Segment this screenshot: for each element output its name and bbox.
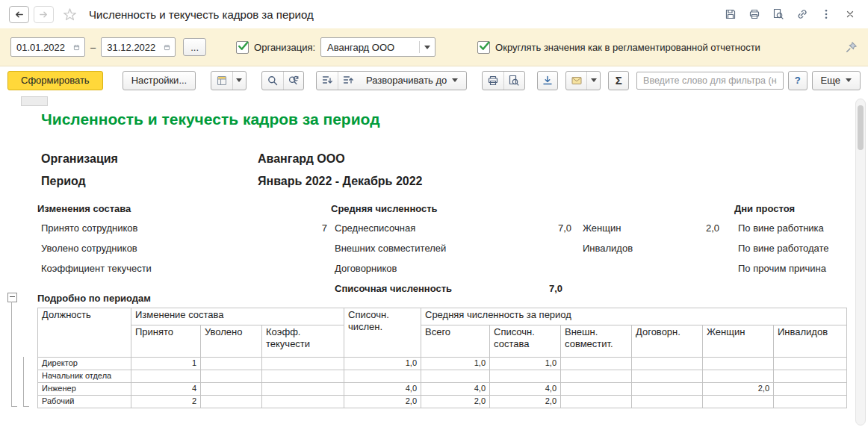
cell-fired[interactable] [201,358,262,370]
find-button[interactable] [262,72,283,90]
cell-position[interactable]: Начальник отдела [38,370,131,383]
cell-list-staff[interactable]: 4,0 [490,383,561,396]
cell-total[interactable]: 1,0 [421,358,490,370]
back-button[interactable] [9,6,29,23]
rounding-label[interactable]: Округлять значения как в регламентирован… [495,42,760,53]
organization-checkbox[interactable] [236,41,249,54]
summary-label: Договорников [331,263,542,274]
cell-hired[interactable]: 2 [131,396,201,408]
cell-list-staff[interactable]: 2,0 [490,396,561,408]
chevron-down-icon[interactable] [419,41,435,53]
collapse-groups-button[interactable] [338,72,358,90]
cell-position[interactable]: Директор [38,358,131,370]
date-to-input[interactable] [102,42,159,53]
cell-hired[interactable] [131,370,201,383]
cell-payroll[interactable]: 4,0 [344,383,421,396]
cell-external[interactable] [561,383,632,396]
cell-women[interactable] [703,370,774,383]
cell-payroll[interactable]: 1,0 [344,358,421,370]
print-preview-button[interactable] [503,72,524,90]
expand-to-button[interactable]: Разворачивать до [358,72,466,90]
cell-disabled[interactable] [774,396,847,408]
rounding-checkbox[interactable] [477,41,490,54]
report-variants-dropdown[interactable] [232,72,246,90]
check-icon [478,40,491,52]
cell-list-staff[interactable] [490,370,561,383]
cell-women[interactable]: 2,0 [703,383,774,396]
cell-position[interactable]: Инженер [38,383,131,396]
forward-arrow-icon [38,9,49,20]
settings-button[interactable]: Настройки... [123,71,196,90]
cell-women[interactable] [703,358,774,370]
scrollbar-thumb[interactable] [858,105,864,150]
cell-turnover[interactable] [262,396,344,408]
get-link-button[interactable] [793,5,811,24]
cell-disabled[interactable] [774,358,847,370]
cell-fired[interactable] [201,396,262,408]
organization-value: Авангард ООО [321,42,419,53]
printer-icon [487,75,499,87]
cell-turnover[interactable] [262,383,344,396]
cell-external[interactable] [561,370,632,383]
organization-label[interactable]: Организация: [254,42,315,53]
print-report-button[interactable] [483,72,503,90]
filter-input[interactable] [636,72,784,90]
cell-contractors[interactable] [632,383,703,396]
cell-payroll[interactable]: 2,0 [344,396,421,408]
cell-turnover[interactable] [262,370,344,383]
vertical-scrollbar[interactable] [855,99,866,426]
window-menu-button[interactable] [816,5,835,24]
help-button[interactable]: ? [788,71,807,90]
calendar-icon[interactable] [159,38,175,56]
send-email-button[interactable] [566,72,587,90]
summary-total-label: Списочная численность [331,283,533,294]
favorite-button[interactable] [63,7,77,22]
cell-hired[interactable]: 4 [131,383,201,396]
table-row: Директор 1 1,0 1,0 1,0 [38,358,847,370]
report-area: Численность и текучесть кадров за период… [0,94,868,430]
period-more-button[interactable]: ... [183,38,206,56]
cell-list-staff[interactable]: 1,0 [490,358,561,370]
cell-hired[interactable]: 1 [131,358,201,370]
cell-turnover[interactable] [262,358,344,370]
calendar-icon[interactable] [69,38,84,56]
more-button[interactable]: Еще [812,71,861,90]
report-variants-button[interactable] [211,72,232,90]
close-button[interactable] [840,5,859,24]
details-title: Подробно по периодам [37,293,151,304]
cell-position[interactable]: Рабочий [38,396,131,408]
col-header-fired: Уволено [201,325,262,358]
sum-button[interactable]: Σ [608,71,629,90]
cell-fired[interactable] [201,383,262,396]
save-to-file-button[interactable] [537,71,558,90]
cell-fired[interactable] [201,370,262,383]
generate-button[interactable]: Сформировать [7,71,103,90]
preview-button[interactable] [769,5,787,24]
cell-payroll[interactable] [344,370,421,383]
cell-external[interactable] [561,396,632,408]
find-next-button[interactable] [283,72,304,90]
link-icon [796,8,808,20]
cell-contractors[interactable] [632,370,703,383]
cell-total[interactable]: 4,0 [421,383,490,396]
cell-contractors[interactable] [632,396,703,408]
report-toolbar: Сформировать Настройки... Разворачивать … [0,66,868,95]
cell-contractors[interactable] [632,358,703,370]
print-button[interactable] [745,5,763,24]
cell-women[interactable] [703,396,774,408]
organization-combo[interactable]: Авангард ООО [320,37,435,57]
date-from-input[interactable] [11,42,69,53]
cell-external[interactable] [561,358,632,370]
cell-total[interactable] [421,370,490,383]
pin-icon[interactable] [845,41,858,54]
send-email-dropdown[interactable] [586,72,600,90]
star-icon [63,7,77,22]
summary-label: Внешних совместителей [331,243,542,254]
cell-disabled[interactable] [774,370,847,383]
forward-button[interactable] [34,6,54,23]
expand-groups-button[interactable] [317,72,337,90]
cell-disabled[interactable] [774,383,847,396]
save-button[interactable] [721,5,740,24]
cell-total[interactable]: 2,0 [421,396,490,408]
search-group [261,71,305,90]
